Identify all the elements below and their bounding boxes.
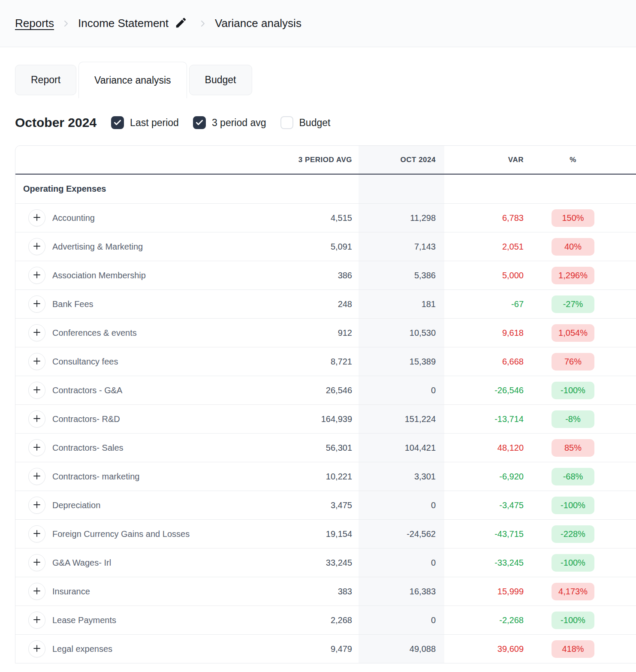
- expand-row-button[interactable]: [28, 295, 45, 313]
- value-oct-2024: 104,421: [359, 433, 444, 462]
- expand-row-button[interactable]: [28, 209, 45, 226]
- filter-label: Budget: [299, 117, 331, 129]
- plus-icon: [32, 615, 42, 626]
- table-row: Conferences & events 912 10,530 9,618 1,…: [15, 318, 636, 347]
- percent-cell: 4,173%: [537, 577, 609, 606]
- value-oct-2024: -24,562: [359, 519, 444, 548]
- value-var: 15,999: [444, 577, 537, 606]
- plus-icon: [32, 528, 42, 540]
- expand-row-button[interactable]: [28, 410, 45, 428]
- expand-row-button[interactable]: [28, 468, 45, 485]
- checkbox-icon: [111, 116, 124, 129]
- tab-budget[interactable]: Budget: [189, 65, 252, 95]
- account-label: Foreign Currency Gains and Losses: [52, 529, 190, 539]
- plus-icon: [32, 270, 42, 281]
- breadcrumb-current-page: Variance analysis: [215, 17, 301, 30]
- account-label: Depreciation: [52, 500, 100, 510]
- pencil-icon: [175, 16, 187, 30]
- breadcrumb-link-reports[interactable]: Reports: [15, 17, 54, 30]
- table-row: Accounting 4,515 11,298 6,783 150%: [15, 203, 636, 232]
- period-title: October 2024: [15, 115, 96, 130]
- percent-badge: 418%: [552, 640, 594, 658]
- account-label: G&A Wages- Irl: [52, 558, 111, 568]
- header-percent: %: [537, 146, 609, 175]
- value-3-period-avg: 8,721: [275, 347, 359, 376]
- value-3-period-avg: 4,515: [275, 203, 359, 232]
- value-oct-2024: 15,389: [359, 347, 444, 376]
- expand-row-button[interactable]: [28, 583, 45, 600]
- percent-cell: 85%: [537, 433, 609, 462]
- value-oct-2024: 49,088: [359, 634, 444, 663]
- value-var: -33,245: [444, 548, 537, 577]
- value-var: -13,714: [444, 404, 537, 433]
- value-oct-2024: 0: [359, 491, 444, 519]
- expand-row-button[interactable]: [28, 612, 45, 629]
- value-3-period-avg: 19,154: [275, 519, 359, 548]
- expand-row-button[interactable]: [28, 324, 45, 341]
- value-var: 48,120: [444, 433, 537, 462]
- expand-row-button[interactable]: [28, 497, 45, 514]
- percent-badge: -100%: [552, 612, 594, 629]
- value-var: -43,715: [444, 519, 537, 548]
- plus-icon: [32, 557, 42, 569]
- table-header-row: 3 PERIOD AVG OCT 2024 VAR %: [15, 146, 636, 175]
- edit-report-name-button[interactable]: [175, 16, 187, 30]
- chevron-right-icon: [61, 18, 71, 29]
- plus-icon: [32, 212, 42, 224]
- value-3-period-avg: 383: [275, 577, 359, 606]
- value-oct-2024: 5,386: [359, 261, 444, 289]
- value-var: 39,609: [444, 634, 537, 663]
- plus-icon: [32, 356, 42, 368]
- percent-cell: 150%: [537, 203, 609, 232]
- percent-badge: 150%: [552, 209, 594, 227]
- table-row: Bank Fees 248 181 -67 -27%: [15, 289, 636, 318]
- value-var: 2,051: [444, 232, 537, 261]
- expand-row-button[interactable]: [28, 238, 45, 255]
- table-row: Foreign Currency Gains and Losses 19,154…: [15, 519, 636, 548]
- filter-budget[interactable]: Budget: [280, 116, 331, 129]
- value-oct-2024: 10,530: [359, 318, 444, 347]
- table-row: Legal expenses 9,479 49,088 39,609 418%: [15, 634, 636, 663]
- expand-row-button[interactable]: [28, 382, 45, 399]
- percent-badge: 40%: [552, 238, 594, 256]
- filter-last-period[interactable]: Last period: [111, 116, 179, 129]
- table-row: Advertising & Marketing 5,091 7,143 2,05…: [15, 232, 636, 261]
- plus-icon: [32, 643, 42, 655]
- value-var: -26,546: [444, 376, 537, 404]
- plus-icon: [32, 586, 42, 597]
- value-3-period-avg: 9,479: [275, 634, 359, 663]
- percent-badge: -100%: [552, 382, 594, 399]
- value-3-period-avg: 386: [275, 261, 359, 289]
- plus-icon: [32, 442, 42, 454]
- checkbox-icon: [280, 116, 293, 129]
- percent-cell: -68%: [537, 462, 609, 491]
- expand-row-button[interactable]: [28, 267, 45, 284]
- expand-row-button[interactable]: [28, 439, 45, 456]
- value-var: -3,475: [444, 491, 537, 519]
- account-label: Accounting: [52, 213, 95, 223]
- tab-variance-analysis[interactable]: Variance analysis: [78, 62, 187, 98]
- percent-cell: -8%: [537, 404, 609, 433]
- percent-cell: -100%: [537, 548, 609, 577]
- plus-icon: [32, 327, 42, 339]
- expand-row-button[interactable]: [28, 525, 45, 542]
- filter-label: Last period: [130, 117, 179, 129]
- tab-report[interactable]: Report: [15, 65, 76, 95]
- table-row: G&A Wages- Irl 33,245 0 -33,245 -100%: [15, 548, 636, 577]
- header-empty: [15, 146, 275, 175]
- filter-3-period-avg[interactable]: 3 period avg: [193, 116, 266, 129]
- expand-row-button[interactable]: [28, 353, 45, 370]
- table-row: Association Membership 386 5,386 5,000 1…: [15, 261, 636, 289]
- account-label: Association Membership: [52, 271, 146, 280]
- plus-icon: [32, 471, 42, 482]
- expand-row-button[interactable]: [28, 640, 45, 657]
- value-oct-2024: 7,143: [359, 232, 444, 261]
- percent-badge: -27%: [552, 295, 594, 313]
- breadcrumb: Reports Income Statement Variance analys…: [0, 0, 636, 47]
- value-3-period-avg: 5,091: [275, 232, 359, 261]
- value-3-period-avg: 248: [275, 289, 359, 318]
- value-oct-2024: 151,224: [359, 404, 444, 433]
- account-label: Lease Payments: [52, 615, 116, 625]
- expand-row-button[interactable]: [28, 554, 45, 571]
- value-oct-2024: 16,383: [359, 577, 444, 606]
